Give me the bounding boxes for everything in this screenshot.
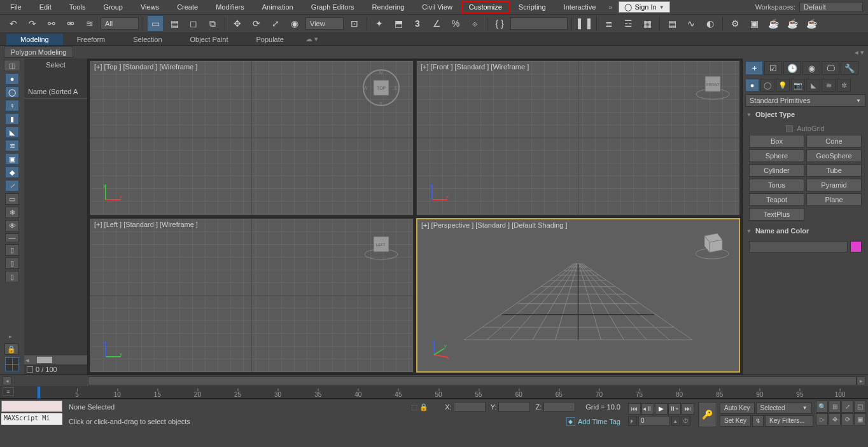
viewport-layout-button[interactable] [4, 357, 20, 372]
placement-button[interactable]: ◉ [286, 15, 303, 32]
goto-start-button[interactable]: ⏮ [628, 403, 641, 415]
viewport-perspective[interactable]: [+] [Perspective ] [Standard ] [Default … [416, 218, 740, 373]
keyfilters-button[interactable]: Key Filters... [765, 415, 813, 427]
signin-button[interactable]: ◯ Sign In ▼ [619, 1, 669, 13]
ribbon-tab-objectpaint[interactable]: Object Paint [176, 34, 242, 45]
maxscript-listener[interactable]: MAXScript Mi [1, 413, 62, 425]
selection-lock-icon[interactable]: 🔒 [419, 403, 428, 411]
menu-edit[interactable]: Edit [31, 1, 60, 13]
menu-scripting[interactable]: Scripting [510, 1, 555, 13]
viewcube-icon[interactable]: TOPNSWE [362, 69, 400, 107]
maximize-viewport-button[interactable]: ▣ [854, 413, 866, 425]
viewcube-icon[interactable]: FRONT [694, 66, 732, 104]
add-time-tag-button[interactable]: ◆Add Time Tag [566, 417, 620, 426]
setkey-button[interactable]: Set Key [720, 415, 751, 427]
prim-geosphere-button[interactable]: GeoSphere [806, 149, 862, 162]
rollout-name-color-header[interactable]: ▼Name and Color [744, 223, 867, 238]
mirror-button[interactable]: ▌▐ [576, 15, 592, 32]
filter-bone-icon[interactable]: ⟋ [5, 180, 19, 191]
viewport-top-label[interactable]: [+] [Top ] [Standard ] [Wireframe ] [94, 63, 197, 71]
pan-button[interactable]: ✥ [829, 413, 841, 425]
display-all-icon[interactable]: ◫ [4, 60, 20, 71]
keymode-icon[interactable]: ⏵ [628, 416, 637, 426]
create-shapes-icon[interactable]: ◯ [760, 79, 774, 92]
cmd-tab-create[interactable]: ＋ [745, 61, 763, 75]
coord-y-input[interactable] [498, 402, 530, 412]
macro-recorder-box[interactable] [1, 401, 62, 412]
prim-teapot-button[interactable]: Teapot [749, 193, 804, 206]
time-ruler[interactable]: 5101520253035404550556065707580859095100 [37, 385, 840, 398]
toggle-ribbon-button[interactable]: ▦ [639, 15, 655, 32]
menu-overflow-icon[interactable]: » [605, 1, 616, 13]
lock-icon[interactable]: 🔒 [4, 343, 18, 355]
scene-hscrollbar[interactable]: ◂ [24, 355, 87, 364]
filter-misc3-icon[interactable]: ▯ [5, 271, 19, 282]
cmd-tab-display[interactable]: 🖵 [822, 61, 839, 75]
selection-filter-dropdown[interactable]: All [101, 17, 139, 30]
ribbon-tab-populate[interactable]: Populate [242, 34, 297, 45]
prim-pyramid-button[interactable]: Pyramid [806, 179, 862, 191]
menu-modifiers[interactable]: Modifiers [207, 1, 253, 13]
keymode-dropdown[interactable]: Selected▼ [756, 402, 812, 414]
menu-grapheditors[interactable]: Graph Editors [302, 1, 363, 13]
unlink-button[interactable]: ⚮ [62, 15, 79, 32]
polygon-modeling-panel-button[interactable]: Polygon Modeling [4, 46, 73, 58]
menu-rendering[interactable]: Rendering [363, 1, 414, 13]
viewport-top[interactable]: [+] [Top ] [Standard ] [Wireframe ] xy T… [90, 60, 414, 216]
align-button[interactable]: ≣ [601, 15, 617, 32]
filter-helpers-icon[interactable]: ◣ [5, 127, 19, 138]
prim-plane-button[interactable]: Plane [806, 193, 862, 206]
create-helpers-icon[interactable]: ◣ [806, 79, 820, 92]
menu-file[interactable]: File [1, 1, 31, 13]
prim-tube-button[interactable]: Tube [806, 164, 862, 177]
viewcube-icon[interactable] [693, 223, 731, 261]
scale-button[interactable]: ⤢ [267, 15, 284, 32]
pivot-center-button[interactable]: ⊡ [346, 15, 363, 32]
menu-views[interactable]: Views [132, 1, 168, 13]
filter-hidden-icon[interactable]: 👁 [5, 220, 19, 231]
cmd-tab-utilities[interactable]: 🔧 [841, 61, 858, 75]
prev-frame-button[interactable]: ◂⏸ [641, 403, 654, 415]
viewport-front[interactable]: [+] [Front ] [Standard ] [Wireframe ] xz… [416, 60, 740, 216]
filter-spacewarps-icon[interactable]: ≋ [5, 140, 19, 151]
filter-lights-icon[interactable]: ♀ [5, 100, 19, 111]
prim-cylinder-button[interactable]: Cylinder [749, 164, 804, 177]
angle-snap-button[interactable]: ∠ [428, 15, 445, 32]
time-slider-left-icon[interactable]: ◂ [3, 376, 11, 385]
link-button[interactable]: ⚯ [43, 15, 60, 32]
scene-column-header[interactable]: Name (Sorted A [24, 85, 87, 99]
field-of-view-button[interactable]: ▷ [816, 413, 828, 425]
zoom-all-button[interactable]: ⊞ [829, 401, 841, 413]
filter-shapes-icon[interactable]: ◯ [5, 86, 19, 98]
undo-button[interactable]: ↶ [5, 15, 22, 32]
menu-customize[interactable]: Customize [461, 1, 510, 13]
create-category-dropdown[interactable]: Standard Primitives ▼ [745, 94, 865, 107]
create-spacewarps-icon[interactable]: ≋ [822, 79, 836, 92]
ribbon-tab-freeform[interactable]: Freeform [63, 34, 120, 45]
autogrid-checkbox[interactable]: AutoGrid [749, 122, 862, 135]
goto-end-button[interactable]: ⏭ [682, 403, 694, 415]
menu-group[interactable]: Group [94, 1, 132, 13]
isolate-icon[interactable]: ⬚ [411, 403, 417, 411]
rect-region-button[interactable]: ◻ [185, 15, 202, 32]
manipulate-button[interactable]: ✦ [371, 15, 388, 32]
move-button[interactable]: ✥ [229, 15, 246, 32]
cmd-tab-modify[interactable]: ☑ [764, 61, 782, 75]
prim-cone-button[interactable]: Cone [806, 135, 862, 148]
time-slider-right-icon[interactable]: ▸ [857, 376, 865, 385]
named-selset-edit-button[interactable]: { } [491, 15, 508, 32]
filter-misc2-icon[interactable]: ▯ [5, 258, 19, 269]
filter-frozen-icon[interactable]: ❄ [5, 207, 19, 218]
keyfilters-icon[interactable]: ↯ [752, 415, 764, 427]
menu-tools[interactable]: Tools [60, 1, 95, 13]
prim-torus-button[interactable]: Torus [749, 179, 804, 191]
layer-explorer-button[interactable]: ☲ [620, 15, 636, 32]
menu-civilview[interactable]: Civil View [413, 1, 461, 13]
autokey-button[interactable]: Auto Key [720, 402, 755, 414]
select-object-button[interactable]: ▭ [147, 15, 164, 32]
filter-container-icon[interactable]: ▭ [5, 193, 19, 205]
viewport-front-label[interactable]: [+] [Front ] [Standard ] [Wireframe ] [421, 63, 529, 71]
workspaces-dropdown[interactable]: Default [799, 2, 863, 12]
object-name-input[interactable] [749, 241, 848, 252]
zoom-button[interactable]: 🔍 [816, 401, 828, 413]
